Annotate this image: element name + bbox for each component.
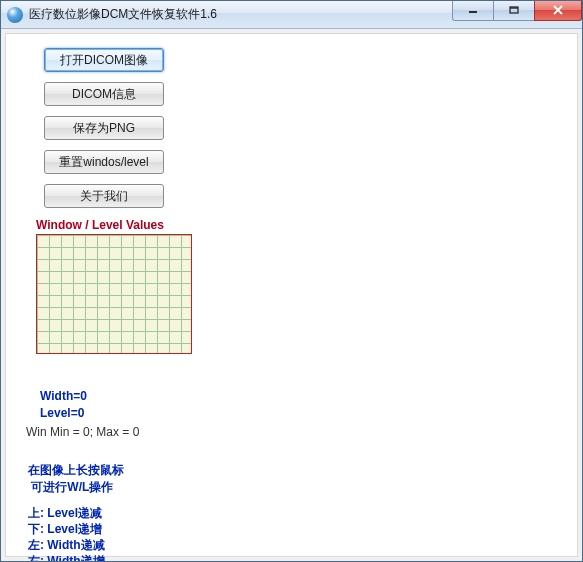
wl-minmax: Win Min = 0; Max = 0: [26, 424, 559, 441]
instructions: 在图像上长按鼠标 可进行W/L操作 上: Level递减 下: Level递增 …: [28, 462, 559, 562]
wl-values: Width=0 Level=0 Win Min = 0; Max = 0: [32, 388, 559, 440]
instructions-up: 上: Level递减: [28, 505, 559, 521]
dicom-info-button[interactable]: DICOM信息: [44, 82, 164, 106]
maximize-button[interactable]: [493, 1, 535, 21]
wl-level-label: Level=: [40, 406, 78, 420]
main-panel: 打开DICOM图像 DICOM信息 保存为PNG 重置windos/level …: [5, 33, 578, 557]
close-button[interactable]: [534, 1, 582, 21]
instructions-right: 右: Width递增: [28, 553, 559, 562]
open-dicom-button[interactable]: 打开DICOM图像: [44, 48, 164, 72]
close-icon: [552, 5, 564, 15]
wl-level-value: 0: [78, 406, 85, 420]
wl-heading: Window / Level Values: [36, 218, 559, 232]
instructions-line1: 在图像上长按鼠标: [28, 462, 559, 478]
wl-width-value: 0: [80, 389, 87, 403]
save-png-button[interactable]: 保存为PNG: [44, 116, 164, 140]
wl-width-label: Width=: [40, 389, 80, 403]
wl-grid[interactable]: [36, 234, 192, 354]
window-controls: [453, 1, 582, 21]
window-title: 医疗数位影像DCM文件恢复软件1.6: [29, 6, 453, 23]
instructions-down: 下: Level递增: [28, 521, 559, 537]
app-icon: [7, 7, 23, 23]
minimize-icon: [468, 6, 478, 14]
minimize-button[interactable]: [452, 1, 494, 21]
title-bar: 医疗数位影像DCM文件恢复软件1.6: [1, 1, 582, 29]
wl-width-row: Width=0: [40, 388, 559, 405]
instructions-title: 在图像上长按鼠标 可进行W/L操作: [28, 462, 559, 494]
maximize-icon: [509, 6, 519, 14]
wl-level-row: Level=0: [40, 405, 559, 422]
about-button[interactable]: 关于我们: [44, 184, 164, 208]
instructions-left: 左: Width递减: [28, 537, 559, 553]
instructions-line2: 可进行W/L操作: [28, 479, 559, 495]
reset-wl-button[interactable]: 重置windos/level: [44, 150, 164, 174]
